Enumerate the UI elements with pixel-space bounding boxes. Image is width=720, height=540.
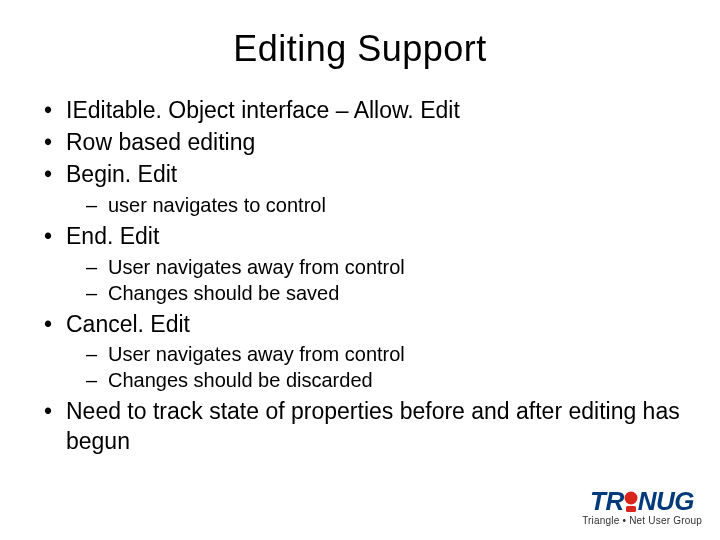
svg-rect-1 — [626, 506, 636, 512]
bullet-item: Cancel. Edit User navigates away from co… — [40, 310, 680, 394]
bullet-item: End. Edit User navigates away from contr… — [40, 222, 680, 306]
sub-bullet-text: Changes should be saved — [108, 282, 339, 304]
slide-title: Editing Support — [40, 28, 680, 70]
bullet-text: End. Edit — [66, 223, 159, 249]
logo-text-left: TR — [590, 486, 624, 516]
sub-bullet-text: user navigates to control — [108, 194, 326, 216]
bullet-item: Need to track state of properties before… — [40, 397, 680, 457]
bullet-item: Row based editing — [40, 128, 680, 158]
svg-point-0 — [624, 492, 637, 505]
logo-brand: TRNUG — [582, 486, 702, 517]
sub-bullet-text: User navigates away from control — [108, 256, 405, 278]
bullet-item: IEditable. Object interface – Allow. Edi… — [40, 96, 680, 126]
sub-bullet-item: user navigates to control — [78, 192, 680, 218]
bullet-text: Begin. Edit — [66, 161, 177, 187]
sub-bullet-text: Changes should be discarded — [108, 369, 373, 391]
sub-bullet-item: Changes should be saved — [78, 280, 680, 306]
bullet-list: IEditable. Object interface – Allow. Edi… — [40, 96, 680, 457]
logo-tagline: Triangle • Net User Group — [582, 515, 702, 526]
bullet-text: Cancel. Edit — [66, 311, 190, 337]
sub-bullet-item: User navigates away from control — [78, 254, 680, 280]
bullet-item: Begin. Edit user navigates to control — [40, 160, 680, 218]
sub-bullet-item: User navigates away from control — [78, 341, 680, 367]
bullet-text: IEditable. Object interface – Allow. Edi… — [66, 97, 460, 123]
bullet-text: Row based editing — [66, 129, 255, 155]
sub-bullet-list: User navigates away from control Changes… — [66, 341, 680, 393]
sub-bullet-item: Changes should be discarded — [78, 367, 680, 393]
sub-bullet-list: User navigates away from control Changes… — [66, 254, 680, 306]
slide: Editing Support IEditable. Object interf… — [0, 0, 720, 540]
sub-bullet-list: user navigates to control — [66, 192, 680, 218]
bullet-text: Need to track state of properties before… — [66, 398, 680, 454]
sub-bullet-text: User navigates away from control — [108, 343, 405, 365]
logo-text-right: NUG — [638, 486, 694, 516]
trinug-logo: TRNUG Triangle • Net User Group — [582, 486, 702, 526]
